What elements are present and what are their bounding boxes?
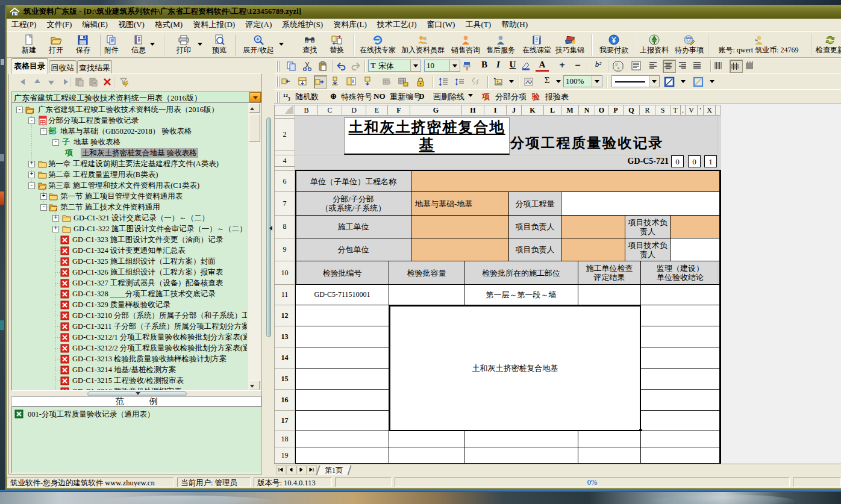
table-cell[interactable]	[296, 305, 389, 326]
column-header[interactable]: L	[544, 105, 561, 116]
subcontractor-value[interactable]	[411, 238, 509, 261]
code-digit-box[interactable]: 0	[671, 155, 684, 167]
font-color-button[interactable]: A	[536, 60, 549, 72]
nav-right-icon[interactable]	[60, 76, 70, 87]
column-header[interactable]: B	[295, 105, 318, 116]
column-header[interactable]: T	[671, 105, 681, 116]
toolbar-dropdown-arrow[interactable]	[197, 40, 204, 48]
manager2-label[interactable]: 项目负责人	[509, 238, 561, 261]
combobox-dropdown-button[interactable]	[592, 76, 602, 87]
row-header[interactable]: 9	[274, 238, 295, 261]
menu-item[interactable]: 资料上报(D)	[188, 18, 240, 31]
column-header[interactable]: I	[484, 105, 507, 116]
split-down-button[interactable]	[363, 75, 376, 89]
edit-toolbar-button[interactable]: 随机数	[295, 92, 319, 102]
tree-item[interactable]: GD-C1-327 工程测试器具（设备）配备核查表	[12, 278, 247, 288]
toolbar-dropdown-arrow[interactable]	[149, 40, 156, 48]
menu-item[interactable]: 格式(M)	[149, 18, 187, 31]
table-cell[interactable]	[578, 431, 641, 447]
tree-item[interactable]: GD-C1-3215 工程验收/检测报审表	[12, 375, 247, 386]
unlink-button[interactable]	[471, 75, 484, 89]
menu-item[interactable]: 资料库(L)	[328, 18, 372, 31]
column-header[interactable]: E	[366, 105, 388, 116]
code-digit-box[interactable]: 0	[688, 155, 701, 167]
line-style-combobox[interactable]	[611, 75, 660, 87]
tree-scrollbar[interactable]	[248, 103, 261, 391]
strikethrough-dropdown[interactable]	[467, 93, 474, 99]
tab-search-results[interactable]: 查找结果	[77, 60, 112, 74]
combobox-dropdown-button[interactable]	[410, 60, 420, 71]
redo-button[interactable]	[351, 60, 364, 73]
menu-item[interactable]: 评定(A)	[240, 18, 277, 31]
tree-item[interactable]: GD-C1-3212/1 分项工程质量验收检验批划分方案表(通用	[12, 332, 247, 343]
tree-item[interactable]: + GD-C1-322 施工图设计文件会审记录（一）～（二）	[12, 223, 247, 234]
menu-item[interactable]: 系统维护(S)	[277, 18, 328, 31]
toolbar-button-open[interactable]: 打开	[44, 33, 68, 57]
paste-gray-icon[interactable]	[88, 76, 99, 87]
sheet-nav-last-button[interactable]	[307, 465, 317, 474]
table-cell[interactable]	[641, 431, 720, 447]
column-header[interactable]: Q	[624, 105, 640, 116]
contractor-value[interactable]	[411, 216, 509, 238]
table-cell[interactable]	[578, 447, 641, 464]
table-cell[interactable]	[641, 390, 720, 411]
row-header[interactable]: 8	[274, 216, 295, 238]
sheet-nav-first-button[interactable]	[276, 465, 286, 474]
row-header[interactable]: 6	[274, 171, 295, 192]
bold-button[interactable]: B	[478, 60, 491, 73]
batch-location-header[interactable]: 检验批所在的施工部位	[464, 261, 578, 285]
check-result-value[interactable]	[578, 285, 641, 305]
tree-item[interactable]: GD-C1-326 施工组织设计（工程方案）报审表	[12, 267, 247, 278]
table-cell[interactable]	[296, 447, 389, 464]
column-header[interactable]: .	[681, 105, 686, 116]
edit-toolbar-button[interactable]: 特殊符号	[341, 92, 372, 102]
supervise-value[interactable]	[641, 285, 720, 305]
tree-item[interactable]: + 第一章 工程建设前期主要法定基建程序文件(A类表)	[12, 158, 247, 169]
table-cell[interactable]	[296, 326, 389, 347]
row-header[interactable]: 10	[274, 261, 295, 285]
row-header[interactable]	[274, 151, 295, 155]
border-color-button[interactable]	[664, 75, 677, 89]
row-header[interactable]: 17	[274, 411, 295, 431]
column-header[interactable]: X	[704, 105, 716, 116]
nav-up-icon[interactable]	[32, 76, 43, 87]
delete-icon[interactable]	[102, 76, 113, 87]
sheet-nav-next-button[interactable]	[296, 465, 307, 474]
table-cell[interactable]	[641, 347, 720, 369]
manager2-value[interactable]	[561, 238, 625, 261]
quantity-label[interactable]: 分项工程量	[509, 192, 561, 216]
tree-item[interactable]: 项 土和灰土挤密桩复合地基 验收表格	[12, 148, 247, 158]
manager-value[interactable]	[561, 216, 625, 238]
lock-button[interactable]	[415, 75, 428, 89]
border-style-button[interactable]	[693, 75, 706, 89]
subdivision-value[interactable]: 地基与基础-地基	[411, 192, 509, 216]
toolbar-button-tips[interactable]: 技巧集锦	[552, 33, 587, 57]
column-header[interactable]: K	[522, 105, 544, 116]
table-cell[interactable]	[296, 431, 389, 447]
supervise-header[interactable]: 监理（建设） 单位验收结论	[641, 261, 720, 285]
ink-color-button[interactable]	[521, 60, 534, 73]
column-header-stub[interactable]	[716, 105, 721, 116]
toolbar-button-online-expert[interactable]: 在线找专家	[354, 33, 402, 57]
table-cell[interactable]	[296, 369, 389, 390]
table-cell[interactable]	[641, 326, 720, 347]
menu-item[interactable]: 编辑(E)	[77, 18, 113, 31]
column-header[interactable]: '	[698, 105, 704, 116]
tree-item[interactable]: - 分部分项工程质量验收记录	[12, 115, 247, 126]
unit-name-label[interactable]: 单位（子单位）工程名称	[296, 171, 411, 192]
tree-item[interactable]: GD-C1-3212/2 分项工程质量验收检验批划分方案表(通用	[12, 343, 247, 353]
batch-no-value[interactable]: GD-C5-711510001	[296, 285, 389, 305]
menu-item[interactable]: 技术工艺(J)	[372, 18, 422, 31]
tree-item[interactable]: - 子 地基 验收表格	[12, 137, 247, 148]
form-title-editbox[interactable]: 土和灰土挤密桩复合地基	[344, 117, 510, 155]
merge-left-button[interactable]	[281, 75, 295, 89]
tree-expand-box[interactable]: -	[40, 128, 47, 135]
tree-item[interactable]: + 第一节 施工项目管理文件资料通用表	[12, 191, 247, 202]
insert-image-dropdown[interactable]	[508, 79, 515, 85]
tree-item[interactable]: - 第二节 施工技术文件资料通用	[12, 202, 247, 213]
format-painter-button[interactable]	[462, 60, 475, 73]
toolbar-button-find[interactable]: 查找	[298, 33, 322, 57]
border-color-dropdown[interactable]	[680, 79, 687, 85]
toolbar-button-new[interactable]: 新建	[17, 33, 41, 57]
vertical-text-1-button[interactable]	[714, 60, 727, 73]
